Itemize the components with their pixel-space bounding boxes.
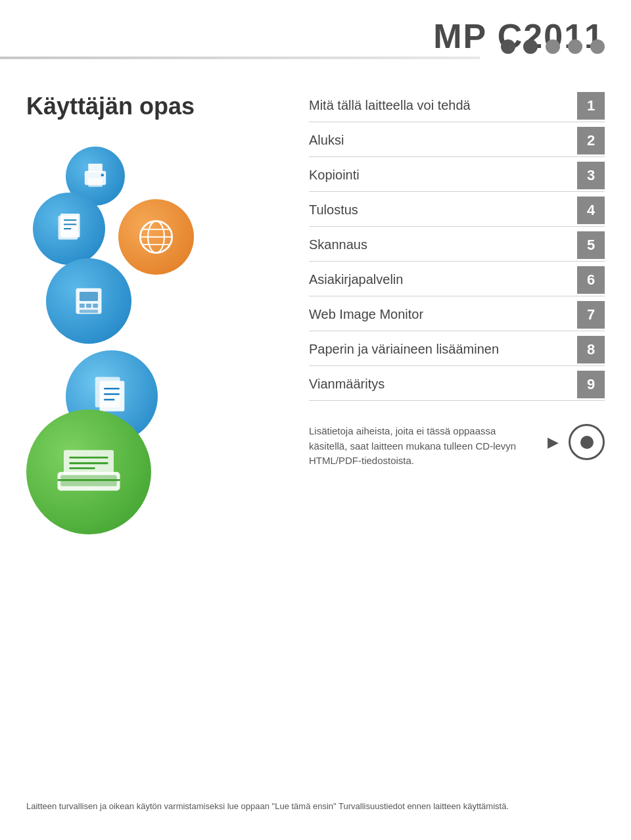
svg-rect-17 [86, 304, 91, 308]
info-box: Lisätietoja aiheista, joita ei tässä opp… [309, 414, 605, 478]
svg-rect-5 [60, 214, 80, 237]
toc-number-9: 9 [577, 371, 605, 398]
toc-label-1: Mitä tällä laitteella voi tehdä [309, 89, 571, 122]
arrow-right-icon: ▶ [548, 434, 559, 451]
toc-label-6: Asiakirjapalvelin [309, 263, 571, 296]
right-section: Mitä tällä laitteella voi tehdä 1 Aluksi… [289, 89, 605, 515]
toc-divider-1 [309, 122, 605, 122]
toc-divider-7 [309, 331, 605, 331]
toc-divider-8 [309, 365, 605, 366]
toc-label-7: Web Image Monitor [309, 298, 571, 331]
documents-icon-circle [33, 193, 105, 265]
nav-dots [501, 39, 605, 54]
toc-item-5[interactable]: Skannaus 5 [309, 228, 605, 262]
toc-item-4[interactable]: Tulostus 4 [309, 193, 605, 227]
toc-number-6: 6 [577, 266, 605, 294]
svg-rect-21 [100, 381, 125, 411]
toc-number-2: 2 [577, 127, 605, 154]
svg-rect-15 [80, 292, 98, 301]
page-subtitle: Käyttäjän opas [26, 92, 289, 120]
nav-dot-5[interactable] [590, 39, 605, 54]
toc-number-4: 4 [577, 197, 605, 224]
svg-point-3 [101, 174, 104, 176]
top-header: MP C2011 [0, 0, 631, 72]
toc-divider-3 [309, 191, 605, 192]
header-line [0, 57, 480, 59]
toc-divider-4 [309, 226, 605, 227]
toc-item-1[interactable]: Mitä tällä laitteella voi tehdä 1 [309, 89, 605, 122]
toc-list: Mitä tällä laitteella voi tehdä 1 Aluksi… [309, 89, 605, 401]
circle-button[interactable] [569, 424, 605, 460]
toc-item-7[interactable]: Web Image Monitor 7 [309, 298, 605, 331]
toc-item-6[interactable]: Asiakirjapalvelin 6 [309, 263, 605, 296]
toc-item-2[interactable]: Aluksi 2 [309, 124, 605, 157]
scanner-icon-circle [26, 409, 151, 534]
fax-icon [63, 275, 114, 327]
main-content: Käyttäjän opas [0, 92, 631, 515]
nav-dot-4[interactable] [568, 39, 582, 54]
toc-number-1: 1 [577, 92, 605, 120]
fax-icon-circle [46, 258, 131, 344]
svg-rect-16 [80, 304, 85, 308]
footer-text: Laitteen turvallisen ja oikean käytön va… [26, 800, 605, 814]
toc-number-3: 3 [577, 162, 605, 189]
toc-label-3: Kopiointi [309, 158, 571, 192]
circle-inner [580, 436, 594, 449]
nav-dot-2[interactable] [523, 39, 538, 54]
arrow-circle-container: ▶ [548, 424, 605, 460]
globe-icon-circle [118, 199, 194, 275]
toc-label-2: Aluksi [309, 124, 571, 157]
toc-item-9[interactable]: Vianmääritys 9 [309, 367, 605, 401]
svg-rect-19 [80, 310, 98, 313]
left-section: Käyttäjän opas [26, 92, 289, 515]
toc-number-7: 7 [577, 301, 605, 329]
toc-divider-5 [309, 261, 605, 262]
printer-icon [78, 158, 113, 194]
svg-rect-2 [88, 178, 103, 187]
footer-content: Laitteen turvallisen ja oikean käytön va… [26, 801, 509, 811]
nav-dot-3[interactable] [546, 39, 560, 54]
svg-rect-18 [93, 304, 98, 308]
toc-divider-9 [309, 400, 605, 401]
toc-label-5: Skannaus [309, 228, 571, 262]
toc-divider-6 [309, 296, 605, 296]
documents-icon [47, 207, 91, 250]
svg-rect-1 [88, 164, 103, 173]
toc-label-9: Vianmääritys [309, 367, 571, 401]
toc-label-8: Paperin ja väriaineen lisääminen [309, 333, 571, 366]
icons-area [26, 147, 276, 515]
toc-label-4: Tulostus [309, 193, 571, 227]
info-text: Lisätietoja aiheista, joita ei tässä opp… [309, 424, 534, 469]
scanner-icon [51, 434, 126, 509]
toc-item-8[interactable]: Paperin ja väriaineen lisääminen 8 [309, 333, 605, 366]
toc-number-5: 5 [577, 231, 605, 259]
toc-item-3[interactable]: Kopiointi 3 [309, 158, 605, 192]
toc-number-8: 8 [577, 336, 605, 363]
nav-dot-1[interactable] [501, 39, 515, 54]
globe-icon [133, 214, 179, 260]
toc-divider-2 [309, 156, 605, 157]
